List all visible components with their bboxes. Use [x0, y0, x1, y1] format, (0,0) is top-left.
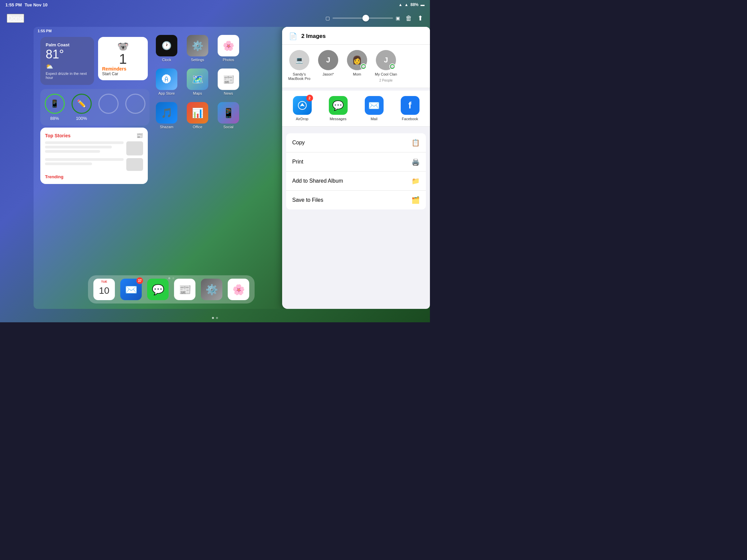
share-mail[interactable]: ✉️ Mail — [365, 96, 384, 121]
share-messages[interactable]: 💬 Messages — [329, 96, 347, 121]
share-apps-row: 2 AirDrop 💬 Messages ✉️ Mail f Facebook — [282, 91, 430, 127]
dock-news[interactable]: 📰 — [174, 279, 196, 300]
battery-display: 88% — [410, 2, 418, 7]
app-appstore[interactable]: 🅐 App Store — [155, 69, 179, 95]
mail-share-icon: ✉️ — [365, 96, 384, 115]
news-icon: 📰 — [136, 132, 143, 139]
dock-calendar[interactable]: TUE 10 — [93, 279, 115, 300]
action-save-files[interactable]: Save to Files 🗂️ — [286, 191, 426, 210]
app-news[interactable]: 📰 News — [216, 69, 240, 95]
app-maps[interactable]: 🗺️ Maps — [185, 69, 210, 95]
brightness-slider[interactable] — [333, 18, 393, 19]
dock: TUE 10 ✉️ 37 💬 📰 ⚙️ 🌸 — [88, 275, 255, 303]
app-shazam[interactable]: 🎵 Shazam — [155, 102, 179, 129]
sandy-avatar: 💻 — [289, 50, 309, 70]
outer-dot-2 — [216, 317, 218, 319]
ipad-inner: 1:55 PM Tue Nov 10 Palm Coast 81° ⛅ Expe… — [33, 27, 309, 309]
clan-messages-badge: 💬 — [389, 63, 395, 70]
battery-icon: ▬ — [420, 2, 424, 7]
person-jason[interactable]: J Jason* — [316, 50, 340, 82]
inner-time: 1:55 PM — [37, 29, 52, 33]
app-photos[interactable]: 🌸 Photos — [216, 35, 240, 62]
slider-thumb — [362, 15, 369, 22]
signal-icon: ▲ — [405, 2, 408, 7]
wifi-icon: ▲ — [398, 2, 403, 7]
photos-icon: 🌸 — [218, 35, 239, 56]
news-trending: Trending — [45, 174, 143, 179]
dock-messages[interactable]: 💬 — [147, 279, 169, 300]
news-title: Top Stories — [45, 133, 71, 138]
dock-news-icon: 📰 — [179, 284, 191, 295]
battery-item-2: ✏️ 100% — [72, 94, 92, 121]
mom-avatar: 👩 💬 — [347, 50, 367, 70]
app-grid: 🕐 Clock ⚙️ Settings 🌸 Photos 🅐 App Store… — [155, 35, 240, 129]
app-social[interactable]: 📱 Social — [216, 102, 240, 129]
news-widget: Top Stories 📰 Trending — [40, 128, 148, 184]
action-list: Copy 📋 Print 🖨️ Add to Shared Album 📁 Sa… — [286, 133, 426, 210]
delete-button[interactable]: 🗑 — [405, 15, 412, 22]
action-copy[interactable]: Copy 📋 — [286, 133, 426, 153]
share-header: 📄 2 Images — [282, 27, 430, 45]
dock-settings[interactable]: ⚙️ — [201, 279, 222, 300]
news-thumb-1 — [126, 141, 143, 156]
battery-widget: 📱 88% ✏️ 100% — [40, 89, 150, 126]
messages-share-icon: 💬 — [329, 96, 347, 115]
dock-photos[interactable]: 🌸 — [228, 279, 249, 300]
done-button[interactable]: Done — [7, 14, 24, 23]
reminders-widget: 🐨 1 Reminders Start Car — [98, 37, 148, 80]
person-sandy[interactable]: 💻 Sandy'sMacBook Pro — [287, 50, 311, 82]
social-icon: 📱 — [218, 102, 239, 124]
status-bar: 1:55 PM Tue Nov 10 ▲ ▲ 88% ▬ — [0, 0, 430, 9]
outer-page-dots — [212, 317, 218, 319]
battery-item-3 — [98, 94, 119, 121]
person-mom[interactable]: 👩 💬 Mom — [345, 50, 369, 82]
people-row: 💻 Sandy'sMacBook Pro J Jason* 👩 💬 Mom — [282, 45, 430, 88]
dock-mail[interactable]: ✉️ 37 — [120, 279, 142, 300]
reminders-subtitle: Start Car — [102, 72, 144, 76]
outer-dot-1 — [212, 317, 214, 319]
jason-avatar: J — [318, 50, 338, 70]
news-icon: 📰 — [218, 69, 239, 90]
slider-max-icon: ▣ — [396, 16, 400, 21]
reminders-title: Reminders — [102, 66, 144, 72]
time-display: 1:55 PM — [5, 2, 22, 7]
battery-item-4 — [125, 94, 146, 121]
weather-temp: 81° — [46, 47, 89, 61]
weather-widget: Palm Coast 81° ⛅ Expect drizzle in the n… — [40, 37, 94, 85]
messages-icon: 💬 — [152, 284, 164, 295]
calendar-date-top: TUE — [101, 280, 107, 283]
clan-avatar-wrap: J 💬 — [376, 50, 396, 70]
share-facebook[interactable]: f Facebook — [401, 96, 419, 121]
battery-item-1: 📱 88% — [45, 94, 65, 121]
slider-min-icon: ▢ — [326, 16, 330, 21]
share-airdrop[interactable]: 2 AirDrop — [293, 96, 312, 121]
inner-status-bar: 1:55 PM Tue Nov 10 — [33, 27, 309, 35]
dock-settings-icon: ⚙️ — [206, 284, 218, 295]
app-clock[interactable]: 🕐 Clock — [155, 35, 179, 62]
share-sheet: 📄 2 Images 💻 Sandy'sMacBook Pro J Jason*… — [282, 27, 430, 309]
clock-icon: 🕐 — [156, 35, 177, 56]
toolbar: Done ▢ ▣ 🗑 ⬆ — [0, 9, 430, 27]
share-title: 2 Images — [301, 33, 326, 39]
action-print[interactable]: Print 🖨️ — [286, 153, 426, 171]
date-display: Tue Nov 10 — [25, 2, 47, 7]
facebook-icon: f — [401, 96, 419, 115]
calendar-date: 10 — [99, 285, 109, 296]
airdrop-badge: 2 — [306, 95, 313, 101]
maps-icon: 🗺️ — [187, 69, 208, 90]
ipad-screen: 1:55 PM Tue Nov 10 Palm Coast 81° ⛅ Expe… — [33, 27, 430, 309]
action-add-shared-album[interactable]: Add to Shared Album 📁 — [286, 171, 426, 191]
share-doc-icon: 📄 — [289, 32, 297, 40]
slider-container: ▢ ▣ — [326, 16, 400, 21]
mail-icon: ✉️ — [125, 284, 137, 295]
app-settings[interactable]: ⚙️ Settings — [185, 35, 210, 62]
app-office[interactable]: 📊 Office — [185, 102, 210, 129]
appstore-icon: 🅐 — [156, 69, 177, 90]
reminders-icon: 🐨 — [102, 41, 144, 52]
mom-messages-badge: 💬 — [360, 63, 366, 70]
share-button[interactable]: ⬆ — [417, 14, 423, 22]
spacer — [282, 129, 430, 133]
person-clan[interactable]: J 💬 My Cool Clan 2 People — [374, 50, 398, 82]
reminders-count: 1 — [102, 52, 144, 66]
airdrop-wrap: 2 — [293, 96, 312, 115]
